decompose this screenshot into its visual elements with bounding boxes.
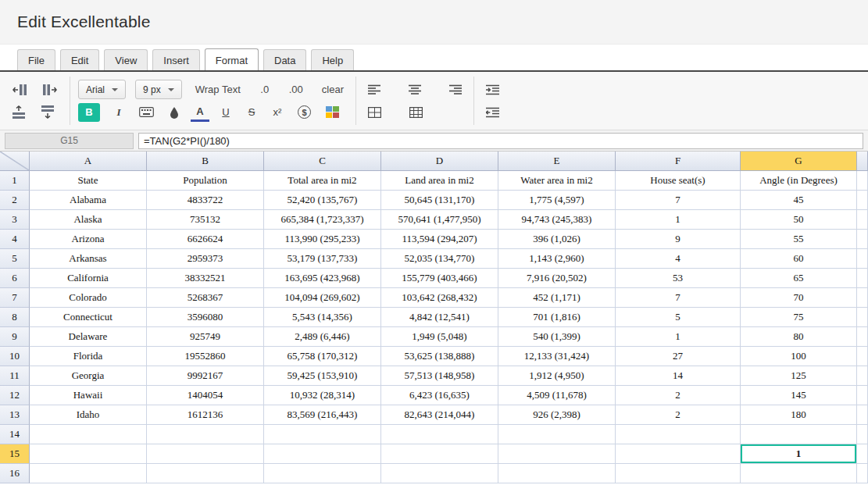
- cell-g14[interactable]: [741, 425, 857, 444]
- cell-e8[interactable]: 701 (1,816): [498, 308, 616, 327]
- cell-g8[interactable]: 75: [741, 308, 857, 327]
- cell-b15[interactable]: [147, 444, 264, 464]
- tab-file[interactable]: File: [17, 49, 55, 70]
- align-left-button[interactable]: [364, 80, 384, 99]
- cell-c11[interactable]: 59,425 (153,910): [264, 366, 381, 386]
- cell-c1[interactable]: Total area in mi2: [264, 171, 381, 191]
- cell-f14[interactable]: [616, 425, 741, 444]
- cell-a13[interactable]: Idaho: [30, 405, 147, 425]
- cell-b1[interactable]: Population: [147, 171, 264, 191]
- cell-c6[interactable]: 163,695 (423,968): [264, 269, 381, 288]
- cell-b10[interactable]: 19552860: [147, 347, 264, 366]
- cell-c3[interactable]: 665,384 (1,723,337): [264, 210, 381, 230]
- insert-row-below-button[interactable]: [37, 103, 59, 122]
- indent-decrease-button[interactable]: [482, 103, 503, 122]
- cell-f7[interactable]: 7: [616, 288, 741, 308]
- column-header-b[interactable]: B: [147, 152, 264, 171]
- cell-b14[interactable]: [147, 425, 264, 444]
- row-header-14[interactable]: 14: [0, 425, 30, 444]
- tab-view[interactable]: View: [104, 49, 148, 70]
- cell-f11[interactable]: 14: [616, 366, 741, 386]
- tab-edit[interactable]: Edit: [60, 49, 99, 70]
- cell-g7[interactable]: 70: [741, 288, 857, 308]
- cell-d14[interactable]: [381, 425, 498, 444]
- cell-d9[interactable]: 1,949 (5,048): [381, 327, 498, 347]
- cell-c13[interactable]: 83,569 (216,443): [264, 405, 381, 425]
- row-header-5[interactable]: 5: [0, 249, 30, 269]
- insert-column-left-button[interactable]: [8, 80, 31, 99]
- column-header-d[interactable]: D: [381, 152, 498, 171]
- underline-button[interactable]: U: [216, 103, 235, 122]
- cell-b11[interactable]: 9992167: [147, 366, 264, 386]
- cell-b5[interactable]: 2959373: [147, 249, 264, 269]
- tab-format[interactable]: Format: [205, 48, 259, 70]
- column-header-c[interactable]: C: [264, 152, 381, 171]
- cell-d5[interactable]: 52,035 (134,770): [381, 249, 498, 269]
- align-right-button[interactable]: [445, 80, 466, 99]
- bold-button[interactable]: B: [78, 103, 100, 122]
- cell-e3[interactable]: 94,743 (245,383): [498, 210, 616, 230]
- cell-g2[interactable]: 45: [741, 191, 857, 210]
- cell-g5[interactable]: 60: [741, 249, 857, 269]
- cell-e6[interactable]: 7,916 (20,502): [498, 269, 616, 288]
- cell-f12[interactable]: 2: [616, 386, 741, 405]
- cell-a16[interactable]: [30, 464, 147, 483]
- cell-a6[interactable]: California: [30, 269, 147, 288]
- row-header-13[interactable]: 13: [0, 405, 30, 425]
- cell-b2[interactable]: 4833722: [147, 191, 264, 210]
- row-header-2[interactable]: 2: [0, 191, 30, 210]
- wrap-text-button[interactable]: Wrap Text: [191, 80, 245, 99]
- cell-b9[interactable]: 925749: [147, 327, 264, 347]
- currency-format-button[interactable]: $: [294, 103, 315, 122]
- cell-g15[interactable]: 1: [741, 444, 857, 464]
- cell-d4[interactable]: 113,594 (294,207): [381, 230, 498, 249]
- cell-a9[interactable]: Delaware: [30, 327, 147, 347]
- cell-g11[interactable]: 125: [741, 366, 857, 386]
- cell-f1[interactable]: House seat(s): [616, 171, 741, 191]
- row-header-7[interactable]: 7: [0, 288, 30, 308]
- cell-c5[interactable]: 53,179 (137,733): [264, 249, 381, 269]
- cell-f13[interactable]: 2: [616, 405, 741, 425]
- column-header-g[interactable]: G: [741, 152, 857, 171]
- cell-d1[interactable]: Land area in mi2: [381, 171, 498, 191]
- cell-a2[interactable]: Alabama: [30, 191, 147, 210]
- cell-f15[interactable]: [616, 444, 741, 464]
- cell-a5[interactable]: Arkansas: [30, 249, 147, 269]
- row-header-11[interactable]: 11: [0, 366, 30, 386]
- tab-help[interactable]: Help: [311, 49, 354, 70]
- cell-d10[interactable]: 53,625 (138,888): [381, 347, 498, 366]
- cell-d2[interactable]: 50,645 (131,170): [381, 191, 498, 210]
- cell-a4[interactable]: Arizona: [30, 230, 147, 249]
- indent-increase-button[interactable]: [482, 80, 503, 99]
- row-header-15[interactable]: 15: [0, 444, 30, 464]
- cell-c7[interactable]: 104,094 (269,602): [264, 288, 381, 308]
- cell-g4[interactable]: 55: [741, 230, 857, 249]
- cell-b7[interactable]: 5268367: [147, 288, 264, 308]
- cell-c8[interactable]: 5,543 (14,356): [264, 308, 381, 327]
- cell-e5[interactable]: 1,143 (2,960): [498, 249, 616, 269]
- cell-g16[interactable]: [741, 464, 857, 483]
- cell-g1[interactable]: Angle (in Degrees): [741, 171, 857, 191]
- cell-a15[interactable]: [30, 444, 147, 464]
- cell-d11[interactable]: 57,513 (148,958): [381, 366, 498, 386]
- formula-input[interactable]: [138, 133, 863, 149]
- italic-button[interactable]: I: [109, 103, 128, 122]
- cell-g9[interactable]: 80: [741, 327, 857, 347]
- cell-f8[interactable]: 5: [616, 308, 741, 327]
- cell-c15[interactable]: [264, 444, 381, 464]
- cell-d16[interactable]: [381, 464, 498, 483]
- cell-g3[interactable]: 50: [741, 210, 857, 230]
- clear-formatting-button[interactable]: clear: [318, 80, 348, 99]
- strikethrough-button[interactable]: S: [242, 103, 261, 122]
- cell-f9[interactable]: 1: [616, 327, 741, 347]
- cell-f5[interactable]: 4: [616, 249, 741, 269]
- tab-data[interactable]: Data: [263, 49, 306, 70]
- cell-d7[interactable]: 103,642 (268,432): [381, 288, 498, 308]
- cell-e13[interactable]: 926 (2,398): [498, 405, 616, 425]
- row-header-3[interactable]: 3: [0, 210, 30, 230]
- cell-c14[interactable]: [264, 425, 381, 444]
- cell-b4[interactable]: 6626624: [147, 230, 264, 249]
- cell-e2[interactable]: 1,775 (4,597): [498, 191, 616, 210]
- font-family-select[interactable]: Arial: [78, 80, 126, 99]
- row-header-1[interactable]: 1: [0, 171, 30, 191]
